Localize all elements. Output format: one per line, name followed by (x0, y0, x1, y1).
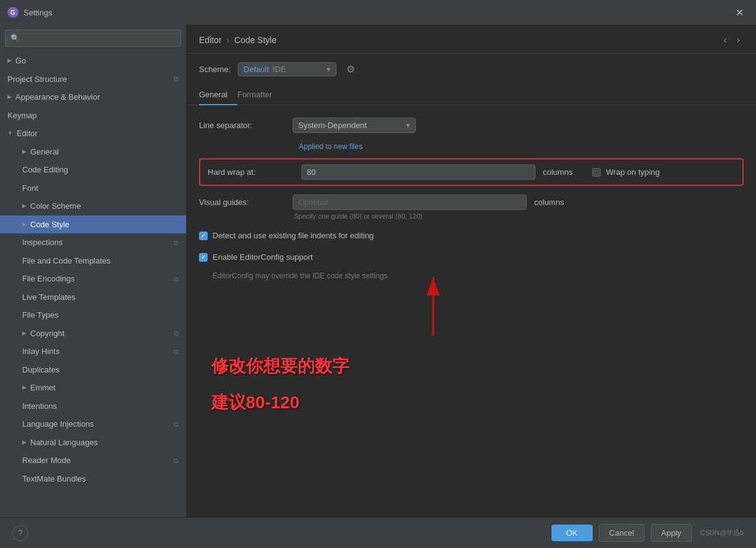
breadcrumb-editor: Editor (199, 35, 222, 45)
expand-arrow-copyright: ▶ (22, 329, 26, 338)
visual-guides-row: Visual guides: columns (199, 195, 744, 210)
red-arrow-svg (408, 268, 458, 342)
sidebar-item-project-structure-label: Project Structure (7, 73, 67, 86)
sidebar-item-color-scheme[interactable]: ▶ Color Scheme (0, 197, 186, 216)
cancel-button[interactable]: Cancel (599, 524, 644, 542)
wrap-on-typing-container: Wrap on typing (592, 167, 659, 177)
sidebar-item-duplicates-label: Duplicates (22, 364, 60, 376)
external-icon-lang: ⧉ (174, 419, 179, 430)
bottom-bar: ? OK Cancel Apply CSDN@学迅b (0, 517, 756, 548)
detect-indents-checkbox[interactable]: ✓ (199, 232, 208, 240)
gear-button[interactable]: ⚙ (344, 61, 357, 78)
sidebar-item-go-label: Go (15, 55, 26, 67)
editor-config-checkbox[interactable]: ✓ (199, 253, 208, 262)
annotation-line1: 修改你想要的数字 (211, 354, 349, 378)
editor-config-label: Enable EditorConfig support (213, 252, 313, 262)
main-layout: 🔍 ▶ Go Project Structure ⧉ ▶ Appearance … (0, 25, 756, 517)
sidebar-item-inlay-hints[interactable]: Inlay Hints ⧉ (0, 342, 186, 361)
expand-arrow-appearance: ▶ (7, 93, 12, 102)
apply-button[interactable]: Apply (651, 524, 692, 542)
breadcrumb-code-style: Code Style (234, 35, 276, 45)
sidebar-item-emmet-label: Emmet (30, 382, 55, 394)
sidebar-item-general-label: General (30, 146, 59, 158)
editor-config-sub-label: EditorConfig may override the IDE code s… (213, 272, 744, 280)
scheme-ide-label: IDE (273, 65, 287, 74)
sidebar-item-language-injections[interactable]: Language Injections ⧉ (0, 415, 186, 433)
search-input[interactable] (23, 34, 176, 42)
wrap-on-typing-checkbox[interactable] (592, 168, 601, 177)
sidebar-item-textmate-bundles-label: TextMate Bundles (22, 473, 86, 485)
external-icon-inspections: ⧉ (174, 238, 179, 248)
sidebar-item-reader-mode[interactable]: Reader Mode ⧉ (0, 451, 186, 470)
expand-arrow-code-style: ▶ (22, 220, 26, 229)
checkbox-check-icon: ✓ (201, 232, 206, 239)
scheme-default-label: Default (243, 65, 269, 74)
navigation-arrows: ‹ › (720, 33, 744, 47)
scheme-select[interactable]: Default IDE ▾ (238, 62, 336, 76)
sidebar-item-copyright[interactable]: ▶ Copyright ⧉ (0, 324, 186, 343)
sidebar-item-intentions[interactable]: Intentions (0, 397, 186, 416)
visual-guides-input[interactable] (293, 195, 527, 210)
sidebar-item-natural-languages[interactable]: ▶ Natural Languages (0, 433, 186, 452)
hard-wrap-input[interactable] (301, 164, 535, 180)
breadcrumb-separator: › (227, 35, 230, 45)
sidebar-item-code-style[interactable]: ▶ Code Style (0, 216, 186, 234)
sidebar-item-textmate-bundles[interactable]: TextMate Bundles (0, 470, 186, 488)
scheme-row: Scheme: Default IDE ▾ ⚙ (187, 54, 756, 85)
close-button[interactable]: ✕ (731, 4, 749, 21)
sidebar-item-live-templates[interactable]: Live Templates (0, 288, 186, 307)
sidebar-item-editor-label: Editor (17, 127, 38, 140)
sidebar-item-project-structure[interactable]: Project Structure ⧉ (0, 70, 186, 89)
sidebar-item-inspections-label: Inspections (22, 236, 63, 249)
search-box[interactable]: 🔍 (5, 30, 181, 47)
help-button[interactable]: ? (12, 525, 28, 541)
sidebar-item-editor[interactable]: ▼ Editor (0, 124, 186, 143)
line-separator-value: System-Dependent (298, 121, 367, 130)
line-separator-row: Line separator: System-Dependent ▾ (199, 118, 744, 133)
settings-form: Line separator: System-Dependent ▾ Appli… (187, 105, 756, 517)
tabs-row: General Formatter (187, 85, 756, 105)
applied-note: Applied to new files (299, 142, 362, 151)
sidebar-item-intentions-label: Intentions (22, 400, 57, 413)
sidebar-item-keymap[interactable]: Keymap (0, 107, 186, 125)
settings-content: Line separator: System-Dependent ▾ Appli… (187, 105, 756, 517)
sidebar-item-inlay-hints-label: Inlay Hints (22, 345, 60, 358)
sidebar-item-go[interactable]: ▶ Go (0, 52, 186, 70)
sidebar-item-live-templates-label: Live Templates (22, 291, 75, 304)
watermark: CSDN@学迅b (701, 528, 744, 538)
ok-button[interactable]: OK (551, 525, 593, 541)
sidebar-item-inspections[interactable]: Inspections ⧉ (0, 233, 186, 252)
breadcrumb: Editor › Code Style ‹ › (187, 25, 756, 54)
sidebar-item-file-types-label: File Types (22, 309, 59, 321)
sidebar-item-keymap-label: Keymap (7, 110, 37, 122)
sidebar-item-color-scheme-label: Color Scheme (30, 200, 81, 212)
wrap-on-typing-label: Wrap on typing (606, 167, 659, 177)
expand-arrow-general: ▶ (22, 148, 26, 156)
sidebar-item-file-types[interactable]: File Types (0, 306, 186, 324)
expand-arrow-editor: ▼ (7, 129, 13, 138)
detect-indents-label: Detect and use existing file indents for… (213, 231, 374, 240)
sidebar-item-natural-languages-label: Natural Languages (30, 437, 98, 449)
back-button[interactable]: ‹ (720, 33, 730, 47)
external-icon-reader: ⧉ (174, 456, 179, 466)
sidebar-item-emmet[interactable]: ▶ Emmet (0, 379, 186, 397)
sidebar-item-font[interactable]: Font (0, 179, 186, 198)
annotation-line2: 建议80-120 (211, 390, 349, 414)
tab-formatter[interactable]: Formatter (237, 85, 282, 105)
expand-arrow-emmet: ▶ (22, 384, 26, 392)
content-area: Editor › Code Style ‹ › Scheme: Default … (187, 25, 756, 517)
sidebar-item-duplicates[interactable]: Duplicates (0, 361, 186, 379)
sidebar-item-appearance[interactable]: ▶ Appearance & Behavior (0, 88, 186, 107)
sidebar-item-file-encodings[interactable]: File Encodings ⧉ (0, 270, 186, 288)
sidebar-item-file-code-templates[interactable]: File and Code Templates (0, 252, 186, 270)
tab-general[interactable]: General (199, 85, 237, 105)
visual-guides-columns-label: columns (534, 198, 564, 207)
annotation-block: 修改你想要的数字 建议80-120 (211, 342, 349, 414)
forward-button[interactable]: › (733, 33, 744, 47)
sidebar-item-code-editing[interactable]: Code Editing (0, 161, 186, 179)
hard-wrap-label: Hard wrap at: (208, 167, 294, 177)
sidebar-item-general[interactable]: ▶ General (0, 143, 186, 161)
external-icon-inlay: ⧉ (174, 347, 179, 357)
sidebar-item-font-label: Font (22, 182, 38, 195)
line-separator-select[interactable]: System-Dependent ▾ (293, 118, 416, 133)
